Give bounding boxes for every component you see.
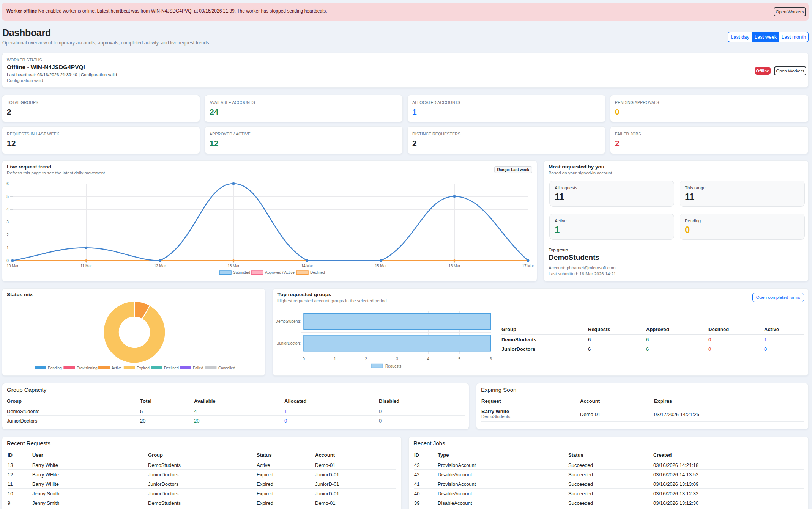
- svg-text:JuniorDoctors: JuniorDoctors: [277, 341, 301, 346]
- svg-text:15 Mar: 15 Mar: [375, 264, 387, 268]
- svg-text:14 Mar: 14 Mar: [301, 264, 313, 268]
- svg-text:4: 4: [6, 207, 9, 212]
- svg-text:Requests: Requests: [385, 364, 401, 368]
- svg-text:6: 6: [490, 357, 492, 361]
- svg-text:Declined: Declined: [164, 366, 179, 370]
- svg-text:1: 1: [334, 357, 336, 361]
- svg-text:12 Mar: 12 Mar: [154, 264, 166, 268]
- svg-text:6: 6: [6, 182, 9, 186]
- svg-text:2: 2: [6, 233, 9, 237]
- svg-text:16 Mar: 16 Mar: [448, 264, 460, 268]
- svg-text:4: 4: [427, 357, 429, 361]
- svg-text:Submitted: Submitted: [233, 270, 250, 275]
- svg-text:5: 5: [458, 357, 460, 361]
- svg-text:11 Mar: 11 Mar: [80, 264, 92, 268]
- svg-text:0: 0: [6, 259, 9, 263]
- svg-text:Declined: Declined: [310, 270, 325, 275]
- svg-text:5: 5: [6, 195, 9, 199]
- svg-text:13 Mar: 13 Mar: [227, 264, 240, 268]
- svg-text:10 Mar: 10 Mar: [6, 264, 19, 268]
- svg-text:17 Mar: 17 Mar: [522, 264, 534, 268]
- svg-text:2: 2: [365, 357, 367, 361]
- svg-text:3: 3: [396, 357, 398, 361]
- svg-text:Failed: Failed: [193, 366, 203, 370]
- svg-text:Pending: Pending: [48, 366, 62, 370]
- svg-text:Approved / Active: Approved / Active: [265, 270, 295, 275]
- svg-text:Expired: Expired: [137, 366, 150, 370]
- svg-text:Active: Active: [112, 366, 122, 370]
- svg-text:Provisioning: Provisioning: [77, 366, 97, 370]
- svg-text:0: 0: [303, 357, 305, 361]
- svg-text:3: 3: [6, 220, 9, 224]
- svg-text:1: 1: [6, 246, 9, 250]
- svg-text:DemoStudents: DemoStudents: [276, 319, 301, 324]
- svg-text:Cancelled: Cancelled: [218, 366, 235, 370]
